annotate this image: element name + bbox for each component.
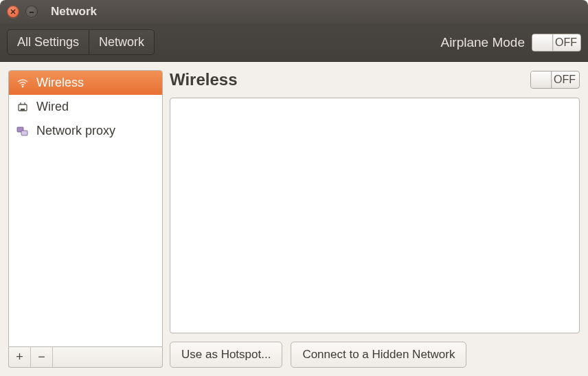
breadcrumb-all-settings[interactable]: All Settings [7,30,89,55]
window-title: Network [51,5,97,19]
connection-list: Wireless Wired [8,70,163,347]
toggle-state-text: OFF [553,36,580,49]
sidebar-item-label: Wireless [36,76,84,90]
breadcrumb: All Settings Network [7,30,155,55]
add-connection-button[interactable]: + [9,347,31,367]
sidebar-footer: + − [8,347,163,368]
sidebar-item-network-proxy[interactable]: Network proxy [9,119,162,143]
toggle-knob [532,34,553,51]
window-close-button[interactable] [7,5,19,18]
airplane-mode-area: Airplane Mode OFF [440,34,581,52]
wireless-network-list[interactable] [170,98,580,333]
toggle-knob [531,71,552,88]
content-panel: Wireless OFF Use as Hotspot... Connect t… [170,70,580,368]
content-header: Wireless OFF [170,70,580,89]
toggle-state-text: OFF [552,74,579,86]
wifi-icon [16,76,30,90]
sidebar-item-wired[interactable]: Wired [9,95,162,119]
svg-rect-7 [21,131,27,135]
use-as-hotspot-button[interactable]: Use as Hotspot... [170,342,282,368]
svg-point-3 [22,85,24,87]
airplane-mode-label: Airplane Mode [440,35,525,50]
connect-hidden-network-button[interactable]: Connect to a Hidden Network [291,342,466,368]
body-area: Wireless Wired [0,62,588,376]
close-icon [10,8,16,15]
sidebar-column: Wireless Wired [8,70,163,368]
wireless-toggle[interactable]: OFF [530,71,580,89]
window-minimize-button[interactable] [25,5,38,18]
airplane-mode-toggle[interactable]: OFF [532,34,581,52]
sidebar-item-wireless[interactable]: Wireless [9,71,162,95]
header-bar: All Settings Network Airplane Mode OFF [0,23,588,62]
page-title: Wireless [170,70,238,89]
sidebar-item-label: Wired [36,100,69,114]
ethernet-icon [16,100,30,114]
breadcrumb-current[interactable]: Network [89,30,155,55]
proxy-icon [16,124,30,138]
svg-rect-5 [21,109,25,111]
sidebar-item-label: Network proxy [36,124,115,138]
action-row: Use as Hotspot... Connect to a Hidden Ne… [170,342,580,368]
remove-connection-button[interactable]: − [31,347,53,367]
minimize-icon [28,8,35,15]
titlebar: Network [0,0,588,23]
